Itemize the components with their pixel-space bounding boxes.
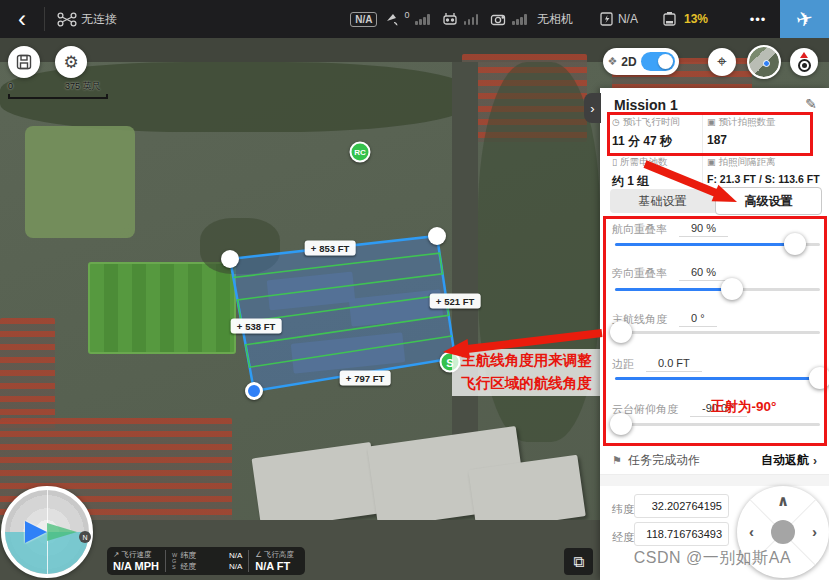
course-angle-slider[interactable] [615, 331, 820, 334]
gimbal-pitch-value[interactable]: -90.0 ° [690, 402, 747, 417]
rc-location-marker: RC [350, 142, 371, 163]
polygon-vertex[interactable] [428, 227, 446, 245]
slider-thumb[interactable] [784, 233, 806, 255]
camera-status: 无相机 [537, 11, 573, 28]
more-menu-button[interactable]: ••• [736, 12, 780, 27]
edge-length-label[interactable]: +853 FT [305, 241, 356, 256]
move-handle-icon: + [346, 373, 352, 384]
finish-action-row[interactable]: ⚑ 任务完成动作 自动返航 › [612, 452, 817, 469]
margin-value[interactable]: 0.0 FT [646, 357, 702, 372]
longitude-label: 经度 [612, 530, 634, 545]
clock-icon: ◷ [612, 117, 620, 127]
map-park [25, 126, 135, 238]
rc-signal[interactable] [442, 12, 479, 26]
route-start-marker: S [440, 352, 461, 373]
telemetry-bar: ↗ 飞行速度 N/A MPH WGS 纬度N/A 经度N/A ∠ 飞行高度 N/… [107, 547, 305, 575]
finish-action-value: 自动返航 [761, 452, 809, 469]
move-handle-icon: + [311, 243, 317, 254]
locate-crosshair-icon: ⌖ [717, 52, 727, 72]
speed-arrow-icon: ↗ [113, 550, 119, 559]
compass-north-arrow-icon [800, 52, 808, 58]
battery-small-icon: ▯ [612, 157, 617, 167]
gps-mode-badge: N/A [350, 12, 377, 27]
edit-pencil-icon[interactable]: ✎ [805, 96, 817, 112]
polygon-vertex[interactable] [221, 250, 239, 268]
side-overlap-slider[interactable] [615, 288, 820, 291]
aircraft-status[interactable]: 无连接 [57, 11, 117, 28]
edge-length-label[interactable]: +797 FT [340, 371, 391, 386]
top-status-bar: ‹ 无连接 N/A 0 无相机 N/A 13% [0, 0, 829, 38]
map-building-white [252, 442, 381, 530]
margin-slider[interactable] [615, 377, 820, 380]
heading-wedge [47, 523, 77, 541]
dpad-control[interactable]: ∧ ‹ › [737, 486, 829, 578]
dpad-left-icon[interactable]: ‹ [749, 523, 754, 540]
camera-signal[interactable]: 无相机 [490, 11, 573, 28]
mode-toggle-switch[interactable] [641, 52, 675, 71]
slider-thumb[interactable] [809, 367, 829, 389]
stat-flight-time: ◷预计飞行时间 11 分 47 秒 [612, 116, 707, 150]
edge-length-label[interactable]: +538 FT [231, 319, 282, 334]
side-overlap-value[interactable]: 60 % [679, 266, 728, 281]
section-gap [600, 475, 829, 486]
connection-status: 无连接 [81, 11, 117, 28]
map-layers-button[interactable]: ⧉ [564, 548, 593, 575]
locate-button[interactable]: ⌖ [708, 48, 736, 76]
more-icon: ••• [750, 12, 767, 27]
minimap-button[interactable] [747, 45, 781, 79]
map-mode-toggle[interactable]: ❖ 2D [603, 48, 679, 75]
settings-button[interactable]: ⚙ [55, 46, 87, 78]
latitude-field[interactable]: 32.202764195 [634, 494, 729, 518]
takeoff-button[interactable]: ✈ [780, 0, 829, 38]
rc-battery[interactable]: N/A [599, 11, 638, 27]
dpad-center-button[interactable] [771, 520, 795, 544]
dpad-right-icon[interactable]: › [812, 523, 817, 540]
save-mission-button[interactable] [8, 46, 40, 78]
longitude-field[interactable]: 118.716763493 [634, 522, 729, 546]
tab-basic-settings[interactable]: 基础设置 [610, 189, 715, 213]
takeoff-plane-icon: ✈ [794, 6, 815, 33]
panel-collapse-button[interactable]: › [584, 93, 601, 123]
slider-thumb[interactable] [721, 278, 743, 300]
map-mode-label: 2D [621, 55, 636, 69]
dpad-up-icon[interactable]: ∧ [777, 492, 789, 510]
tab-advanced-settings[interactable]: 高级设置 [715, 187, 822, 215]
mission-title: Mission 1 [614, 97, 678, 113]
save-icon [16, 54, 32, 70]
gimbal-pitch-slider[interactable] [615, 423, 820, 426]
compass-orient-button[interactable] [790, 48, 818, 76]
telemetry-speed: ↗ 飞行速度 N/A MPH [107, 547, 165, 575]
course-angle-value[interactable]: 0 ° [679, 312, 717, 327]
chevron-right-icon: › [813, 454, 817, 468]
polygon-vertex-selected[interactable] [245, 382, 263, 400]
map-soccer-field [88, 262, 236, 354]
back-button[interactable]: ‹ [0, 0, 44, 38]
map-layers-icon: ⧉ [573, 553, 584, 571]
minimap-thumbnail [749, 47, 779, 77]
edge-length-label[interactable]: +521 FT [430, 294, 481, 309]
slider-thumb[interactable] [610, 413, 632, 435]
divider [44, 7, 45, 31]
slider-thumb[interactable] [610, 321, 632, 343]
drone-mission-app: S RC +853 FT +521 FT +538 FT +797 FT 主航线… [0, 0, 829, 580]
photo-icon: ▣ [707, 117, 716, 127]
telemetry-altitude: ∠ 飞行高度 N/A FT [249, 547, 300, 575]
gear-icon: ⚙ [63, 52, 78, 73]
front-overlap-slider[interactable] [615, 243, 820, 246]
satellite-signal[interactable]: 0 [385, 12, 430, 26]
battery-percent: 13% [684, 12, 708, 26]
rc-battery-icon [599, 11, 614, 27]
move-handle-icon: + [436, 296, 442, 307]
aircraft-battery[interactable]: 13% [662, 11, 708, 27]
rc-signal-bars [464, 13, 479, 25]
slider-side-overlap: 旁向重叠率60 % [612, 266, 728, 281]
satellite-count: 0 [404, 10, 409, 20]
satellite-icon [385, 12, 400, 26]
telemetry-coords: WGS 纬度N/A 经度N/A [166, 547, 248, 575]
battery-icon [662, 11, 680, 27]
map-scale-bar: 0375 英尺 [8, 80, 108, 99]
flag-icon: ⚑ [612, 454, 622, 467]
stat-battery-count: ▯所需电池数 约 1 组 [612, 156, 707, 190]
front-overlap-value[interactable]: 90 % [679, 222, 728, 237]
map-road-vertical [452, 62, 478, 442]
